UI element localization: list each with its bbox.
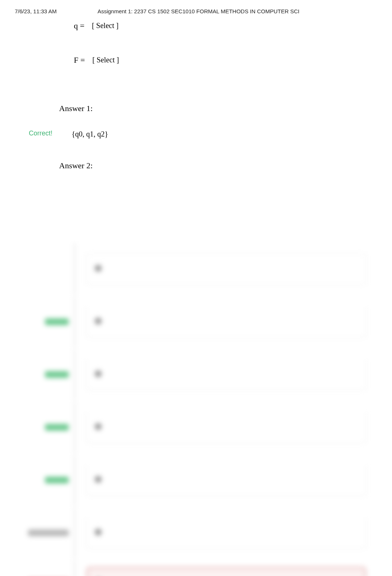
hidden-option-main [74, 455, 366, 506]
page-header: 7/6/23, 11:33 AM Assignment 1: 2237 CS 1… [0, 0, 392, 20]
hidden-option-row [26, 402, 366, 453]
answer-status-1: Correct! [15, 128, 59, 138]
status-badge [45, 371, 69, 378]
variable-label-q: q = [74, 20, 85, 32]
hidden-option-box [86, 359, 366, 390]
hidden-option-sidelabel [26, 530, 74, 536]
hidden-option-box [86, 465, 366, 496]
select-dropdown-f[interactable]: [ Select ] [92, 54, 119, 65]
status-badge [45, 424, 69, 431]
hidden-option-main [74, 349, 366, 400]
select-dropdown-q[interactable]: [ Select ] [92, 20, 118, 31]
hidden-option-box [86, 253, 366, 284]
hidden-option-box [86, 518, 366, 548]
header-datetime: 7/6/23, 11:33 AM [15, 7, 56, 16]
variable-row-f: F = [ Select ] [74, 54, 377, 96]
dot-icon [95, 265, 102, 272]
dot-icon [95, 370, 102, 377]
variable-label-f: F = [74, 54, 85, 66]
answer-value-row-1: Correct! {q0, q1, q2} [15, 128, 377, 153]
answer-heading-2: Answer 2: [59, 159, 377, 172]
obscured-section [15, 243, 377, 576]
dot-icon [95, 529, 102, 535]
dot-icon [95, 318, 102, 324]
hidden-option-row [26, 507, 366, 559]
answer-block-1: Answer 1: [15, 99, 377, 125]
hidden-option-box [86, 412, 366, 443]
hidden-option-sidelabel [26, 477, 74, 483]
answer-value-row-2 [15, 186, 377, 199]
answer-block-2: Answer 2: [15, 156, 377, 183]
variable-row-q: q = [ Select ] [74, 20, 377, 54]
hidden-option-row [26, 560, 366, 576]
hidden-option-main [74, 296, 366, 348]
status-badge [28, 530, 69, 536]
hidden-option-box [86, 307, 366, 337]
hidden-option-sidelabel [26, 424, 74, 431]
hidden-option-row [26, 455, 366, 506]
hidden-option-row [26, 243, 366, 295]
hidden-option-row [26, 296, 366, 348]
status-badge [45, 318, 69, 325]
answer-heading-1: Answer 1: [59, 102, 377, 114]
header-title: Assignment 1: 2237 CS 1502 SEC1010 FORMA… [56, 7, 377, 16]
content-area: q = [ Select ] F = [ Select ] Answer 1: … [0, 20, 392, 576]
answer-value-1: {q0, q1, q2} [59, 128, 377, 139]
hidden-option-row [26, 349, 366, 400]
hidden-option-sidelabel [26, 371, 74, 378]
hidden-option-main [74, 560, 366, 576]
dot-icon [95, 476, 102, 483]
hidden-option-main [74, 507, 366, 559]
hidden-option-box [86, 567, 366, 576]
hidden-option-main [74, 243, 366, 295]
hidden-option-main [74, 402, 366, 453]
status-badge [45, 477, 69, 483]
dot-icon [95, 423, 102, 430]
hidden-option-sidelabel [26, 318, 74, 325]
